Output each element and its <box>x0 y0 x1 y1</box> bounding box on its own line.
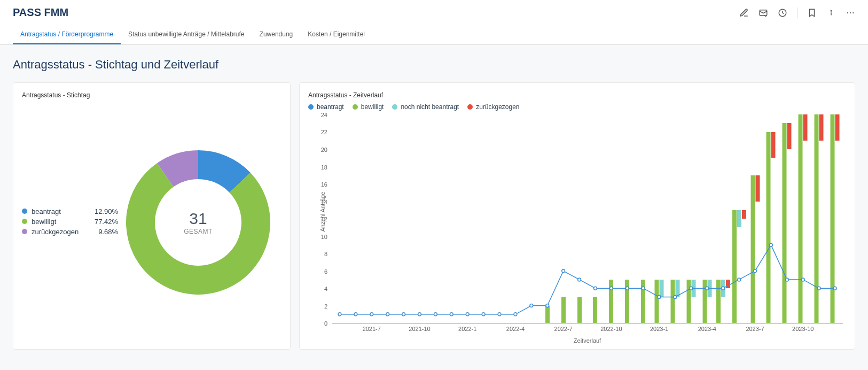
line-point[interactable] <box>833 287 836 290</box>
chart-area: Anzahl Anträge 024681012141618202224 Zei… <box>308 115 846 340</box>
cards-row: Antragsstatus - Stichtag beantragt 12.90… <box>13 82 855 350</box>
line-point[interactable] <box>482 313 485 316</box>
y-axis: Anzahl Anträge 024681012141618202224 <box>308 115 330 323</box>
legend-percent: 9.68% <box>98 228 118 236</box>
y-tick: 20 <box>321 147 327 153</box>
info-icon[interactable] <box>826 8 836 18</box>
line-point[interactable] <box>530 304 533 307</box>
y-tick: 22 <box>321 129 327 135</box>
line-point[interactable] <box>450 313 453 316</box>
more-icon[interactable] <box>846 8 855 18</box>
line-point[interactable] <box>690 287 693 290</box>
swatch-icon <box>392 104 397 110</box>
legend-item[interactable]: beantragt <box>308 103 344 111</box>
legend-item[interactable]: zurückgezogen <box>467 103 519 111</box>
history-icon[interactable] <box>778 8 787 18</box>
legend-percent: 77.42% <box>95 218 118 226</box>
line-point[interactable] <box>514 313 517 316</box>
line-point[interactable] <box>722 287 725 290</box>
legend-item[interactable]: bewilligt <box>353 103 384 111</box>
legend-label: beantragt <box>317 103 344 111</box>
line-layer <box>332 115 843 323</box>
line-point[interactable] <box>338 313 341 316</box>
chart-legend: beantragtbewilligtnoch nicht beantragtzu… <box>308 103 846 111</box>
donut-legend-item[interactable]: zurückgezogen 9.68% <box>22 228 118 236</box>
line-point[interactable] <box>386 313 389 316</box>
donut-legend: beantragt 12.90% bewilligt 77.42% zurück… <box>22 207 118 238</box>
line-point[interactable] <box>466 313 469 316</box>
donut-center: 31 GESAMT <box>184 210 213 235</box>
legend-label: bewilligt <box>361 103 384 111</box>
y-tick: 8 <box>324 251 327 257</box>
line-point[interactable] <box>562 269 565 273</box>
page-title: Antragsstatus - Stichtag und Zeitverlauf <box>13 58 855 72</box>
line-point[interactable] <box>642 287 645 290</box>
x-tick: 2022-7 <box>554 326 573 332</box>
line-series[interactable] <box>340 245 835 314</box>
app-title: PASS FMM <box>13 6 68 19</box>
swatch-icon <box>22 209 27 214</box>
tab-kosten[interactable]: Kosten / Eigenmittel <box>300 25 372 44</box>
tab-status-unbewilligte[interactable]: Status unbewilligte Anträge / Mittelabru… <box>121 25 252 44</box>
legend-percent: 12.90% <box>95 207 118 215</box>
legend-label: zurückgezogen <box>476 103 519 111</box>
donut-legend-item[interactable]: beantragt 12.90% <box>22 207 118 215</box>
x-tick: 2023-4 <box>698 326 716 332</box>
line-point[interactable] <box>402 313 405 316</box>
page-body: Antragsstatus - Stichtag und Zeitverlauf… <box>0 45 868 363</box>
line-point[interactable] <box>754 269 757 273</box>
line-point[interactable] <box>817 287 820 290</box>
legend-item[interactable]: noch nicht beantragt <box>392 103 459 111</box>
line-point[interactable] <box>546 304 549 307</box>
line-point[interactable] <box>609 287 613 290</box>
line-point[interactable] <box>594 287 597 290</box>
line-point[interactable] <box>418 313 421 316</box>
line-point[interactable] <box>498 313 501 316</box>
y-tick: 12 <box>321 216 327 222</box>
x-axis-label: Zeitverlauf <box>574 337 601 344</box>
y-tick: 6 <box>324 268 327 275</box>
y-tick: 2 <box>324 303 327 310</box>
send-icon[interactable] <box>758 8 768 18</box>
y-axis-label: Anzahl Anträge <box>319 192 326 232</box>
x-tick: 2023-1 <box>650 326 668 332</box>
x-tick: 2023-7 <box>746 326 764 332</box>
legend-label: zurückgezogen <box>32 228 94 236</box>
donut-area: beantragt 12.90% bewilligt 77.42% zurück… <box>22 103 281 342</box>
line-point[interactable] <box>434 313 437 316</box>
y-tick: 0 <box>324 320 327 327</box>
swatch-icon <box>22 219 27 224</box>
bookmark-icon[interactable] <box>807 8 817 18</box>
svg-point-5 <box>853 12 854 13</box>
tab-antragstatus[interactable]: Antragstatus / Förderprogramme <box>13 25 121 44</box>
tab-zuwendung[interactable]: Zuwendung <box>252 25 301 44</box>
donut-legend-item[interactable]: bewilligt 77.42% <box>22 218 118 226</box>
edit-icon[interactable] <box>739 8 749 18</box>
line-point[interactable] <box>785 278 788 281</box>
card-stichtag: Antragsstatus - Stichtag beantragt 12.90… <box>13 82 291 350</box>
x-tick: 2022-1 <box>458 326 476 332</box>
x-tick: 2023-10 <box>792 326 814 332</box>
x-tick: 2021-7 <box>363 326 381 332</box>
line-point[interactable] <box>770 243 773 246</box>
swatch-icon <box>467 104 473 110</box>
x-tick: 2021-10 <box>409 326 430 332</box>
donut-chart: 31 GESAMT <box>118 142 278 303</box>
header-actions <box>739 7 855 18</box>
divider <box>797 7 797 18</box>
svg-point-4 <box>850 12 851 13</box>
y-tick: 14 <box>321 199 327 205</box>
line-point[interactable] <box>658 295 661 298</box>
swatch-icon <box>22 229 27 234</box>
line-point[interactable] <box>801 278 804 281</box>
line-point[interactable] <box>370 313 373 316</box>
card-title-zeitverlauf: Antragsstatus - Zeitverlauf <box>308 91 846 99</box>
line-point[interactable] <box>625 287 629 290</box>
line-point[interactable] <box>354 313 357 316</box>
line-point[interactable] <box>738 278 741 281</box>
y-tick: 4 <box>324 286 327 292</box>
svg-point-2 <box>831 10 832 11</box>
line-point[interactable] <box>674 295 677 298</box>
line-point[interactable] <box>578 278 581 281</box>
line-point[interactable] <box>706 287 709 290</box>
